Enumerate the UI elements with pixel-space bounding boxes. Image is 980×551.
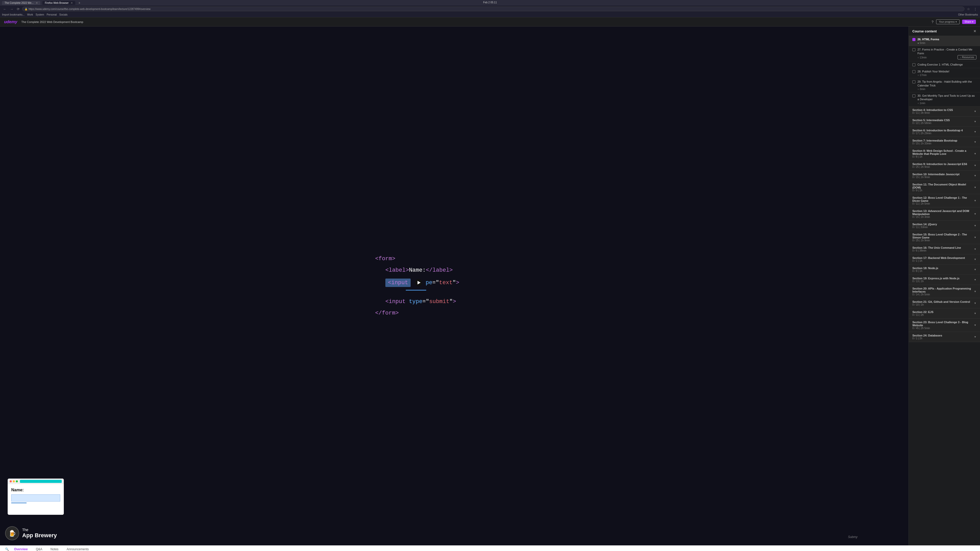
lesson-meta-30: ○ 1min: [918, 102, 977, 105]
new-tab-btn[interactable]: +: [78, 1, 80, 5]
section-item-19[interactable]: Section 19: Express.js with Node.js 0 / …: [909, 275, 980, 285]
forward-btn[interactable]: →: [9, 6, 14, 11]
browser-tab[interactable]: The Complete 2022 We... ✕: [2, 1, 40, 5]
browser-title-bar: The Complete 2022 We... ✕ Firefox Web Br…: [0, 0, 980, 6]
section-item-9[interactable]: Section 9: Introduction to Javascript ES…: [909, 160, 980, 171]
main-layout: <form> <label>Name:</label> <input pe="t…: [0, 27, 980, 545]
bookmarks-bar: Import bookmarks... Work System Personal…: [0, 12, 980, 17]
section-item-24[interactable]: Section 24: Databases 0 / 1 | 2h ▼: [909, 332, 980, 342]
tab-close-1[interactable]: ✕: [36, 2, 38, 4]
section-item-7[interactable]: Section 7: Intermediate Bootstrap 0 / 15…: [909, 137, 980, 147]
lesson-checkbox-29[interactable]: [912, 80, 915, 83]
chevron-icon-19: ▼: [974, 278, 977, 281]
course-title: The Complete 2022 Web Development Bootca…: [21, 21, 928, 24]
share-btn[interactable]: Share ▾: [962, 20, 976, 24]
lesson-item-coding[interactable]: Coding Exercise 1: HTML Challenge: [909, 61, 980, 68]
section-meta-16: 0 / 6 | 38min: [912, 249, 961, 252]
section-meta-12: 0 / 11 | 2h 5min: [912, 202, 974, 205]
tab-notes[interactable]: Notes: [46, 545, 62, 551]
section-item-16[interactable]: Section 16: The Unix Command Line 0 / 6 …: [909, 244, 980, 254]
section-title-20: Section 20: APIs - Application Programmi…: [912, 287, 974, 293]
section-item-15[interactable]: Section 15: Boss Level Challenge 2 - The…: [909, 231, 980, 244]
dot-yellow: [13, 480, 15, 483]
lesson-item-30[interactable]: 30. Get Monthly Tips and Tools to Level …: [909, 92, 980, 106]
section-meta-17: 0 / 1 | 1h: [912, 259, 965, 262]
header-actions: ? Your progress ▾ Share ▾: [932, 19, 976, 24]
section-item-23[interactable]: Section 23: Boss Level Challenge 3 - Blo…: [909, 319, 980, 332]
section-meta-21: 0 / 10 | 1h: [912, 303, 970, 306]
video-area[interactable]: <form> <label>Name:</label> <input pe="t…: [0, 27, 908, 545]
section-item-21[interactable]: Section 21: Git, Github and Version Cont…: [909, 298, 980, 308]
section-item-6[interactable]: Section 6: Introduction to Bootstrap 4 0…: [909, 127, 980, 137]
menu-btn[interactable]: ⋮: [973, 6, 978, 11]
bookmark-socials[interactable]: Socials: [59, 13, 67, 16]
mini-browser-preview: Name:: [8, 478, 64, 515]
help-icon[interactable]: ?: [932, 20, 934, 24]
resources-btn-27[interactable]: ↓ Resources: [958, 55, 977, 59]
bookmark-personal[interactable]: Personal: [47, 13, 57, 16]
brewery-name-line1: The: [22, 528, 57, 532]
dot-red: [10, 480, 12, 483]
section-title-17: Section 17: Backend Web Development: [912, 256, 965, 259]
section-item-5[interactable]: Section 5: Intermediate CSS 0 / 22 | 2h …: [909, 117, 980, 127]
section-meta-19: 0 / 13 | 1h: [912, 280, 959, 283]
lesson-meta-27: ○ 13min: [918, 56, 927, 59]
bottom-section: 🔍 Overview Q&A Notes Announcements About…: [0, 545, 980, 551]
lesson-item-26[interactable]: 26. HTML Forms ● 5min: [909, 36, 980, 46]
section-item-17[interactable]: Section 17: Backend Web Development 0 / …: [909, 254, 980, 265]
back-btn[interactable]: ←: [2, 6, 7, 11]
section-title-18: Section 18: Node.js: [912, 267, 938, 270]
bookmark-work[interactable]: Work: [27, 13, 33, 16]
section-meta-10: 0 / 15 | 1h 9min: [912, 176, 959, 179]
chevron-icon-6: ▼: [974, 130, 977, 133]
lesson-checkbox-28[interactable]: [912, 70, 915, 73]
lesson-checkbox-30[interactable]: [912, 94, 915, 97]
section-title-9: Section 9: Introduction to Javascript ES…: [912, 162, 967, 165]
chevron-icon-21: ▼: [974, 302, 977, 305]
slide-content: <form> <label>Name:</label> <input pe="t…: [365, 245, 544, 327]
bookmark-btn[interactable]: ☆: [966, 6, 971, 11]
progress-label: Your progress: [939, 21, 955, 23]
section-title-5: Section 5: Intermediate CSS: [912, 119, 950, 122]
brewery-text: The App Brewery: [22, 528, 57, 539]
section-item-22[interactable]: Section 22: EJS 0 / 11 | 2h ▼: [909, 308, 980, 319]
section-item-18[interactable]: Section 18: Node.js 0 / 8 | 1h ▼: [909, 265, 980, 275]
tab-announcements[interactable]: Announcements: [62, 545, 93, 551]
section-item-14[interactable]: Section 14: jQuery 0 / 11 | 53min ▼: [909, 221, 980, 231]
section-item-8[interactable]: Section 8: Web Design School - Create a …: [909, 147, 980, 160]
udemy-logo[interactable]: udemy: [4, 20, 18, 24]
tab-qa[interactable]: Q&A: [32, 545, 46, 551]
sidebar-close-btn[interactable]: ✕: [974, 29, 977, 33]
bookmark-system[interactable]: System: [36, 13, 44, 16]
play-button-overlay[interactable]: [415, 279, 422, 286]
lesson-title-28: 28. Publish Your Website!: [918, 70, 977, 73]
other-bookmarks[interactable]: Other Bookmarks: [958, 13, 978, 16]
section-item-12[interactable]: Section 12: Boss Level Challenge 1 - The…: [909, 194, 980, 207]
browser-tab-firefox[interactable]: Firefox Web Browser ✕: [42, 1, 75, 5]
section-item-10[interactable]: Section 10: Intermediate Javascript 0 / …: [909, 171, 980, 181]
bookmark-import[interactable]: Import bookmarks...: [2, 13, 24, 16]
tab-close-2[interactable]: ✕: [71, 2, 73, 4]
reload-btn[interactable]: ⟳: [16, 6, 21, 11]
progress-btn[interactable]: Your progress ▾: [936, 19, 959, 24]
tab-label-2: Firefox Web Browser: [45, 2, 68, 4]
chevron-icon-23: ▼: [974, 324, 977, 327]
lesson-item-28[interactable]: 28. Publish Your Website! ○ 17min: [909, 68, 980, 78]
lesson-checkbox-26[interactable]: [912, 38, 915, 41]
lesson-checkbox-coding[interactable]: [912, 63, 915, 66]
udemy-header: udemy The Complete 2022 Web Development …: [0, 17, 980, 27]
section-item-13[interactable]: Section 13: Advanced Javascript and DOM …: [909, 207, 980, 221]
address-bar[interactable]: 🔒 https://www.udemy.com/course/the-compl…: [22, 6, 964, 11]
section-item-20[interactable]: Section 20: APIs - Application Programmi…: [909, 285, 980, 298]
mini-input-field[interactable]: [11, 494, 60, 502]
lesson-meta-29: ○ 3min: [918, 88, 977, 91]
lesson-checkbox-27[interactable]: [912, 48, 915, 51]
browser-nav: ← → ⟳ 🔒 https://www.udemy.com/course/the…: [0, 6, 980, 12]
section-item-4[interactable]: Section 4: Introduction to CSS 0 / 11 | …: [909, 106, 980, 117]
section-title-19: Section 19: Express.js with Node.js: [912, 277, 959, 280]
lesson-item-29[interactable]: 29. Tip from Angela - Habit Building wit…: [909, 78, 980, 92]
chevron-icon-14: ▼: [974, 224, 977, 227]
tab-overview[interactable]: Overview: [10, 545, 32, 551]
lesson-item-27[interactable]: 27. Forms in Practice - Create a Contact…: [909, 46, 980, 61]
section-item-11[interactable]: Section 11: The Document Object Model (D…: [909, 181, 980, 194]
